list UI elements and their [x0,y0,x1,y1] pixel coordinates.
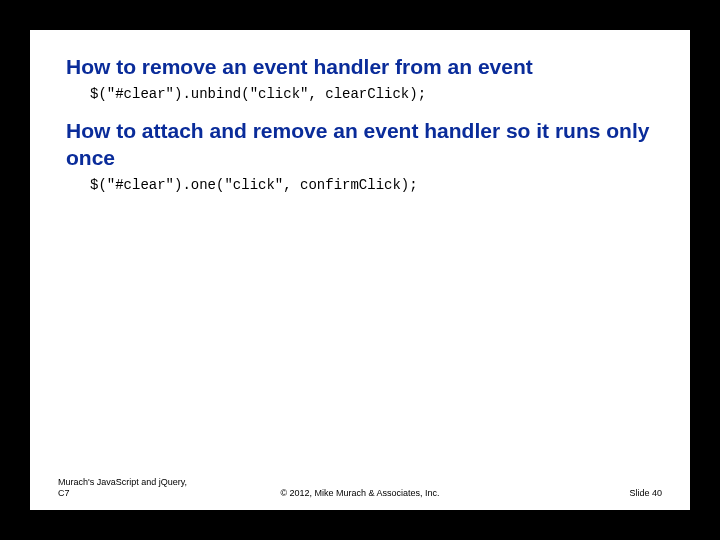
footer-slide-number: Slide 40 [629,488,662,498]
heading-one-time-handler: How to attach and remove an event handle… [66,118,654,171]
heading-remove-handler: How to remove an event handler from an e… [66,54,654,80]
footer-book-title: Murach's JavaScript and jQuery, [58,477,187,487]
slide: How to remove an event handler from an e… [30,30,690,510]
slide-content: How to remove an event handler from an e… [30,30,690,193]
footer-copyright: © 2012, Mike Murach & Associates, Inc. [30,488,690,498]
code-one: $("#clear").one("click", confirmClick); [90,177,654,193]
code-unbind: $("#clear").unbind("click", clearClick); [90,86,654,102]
